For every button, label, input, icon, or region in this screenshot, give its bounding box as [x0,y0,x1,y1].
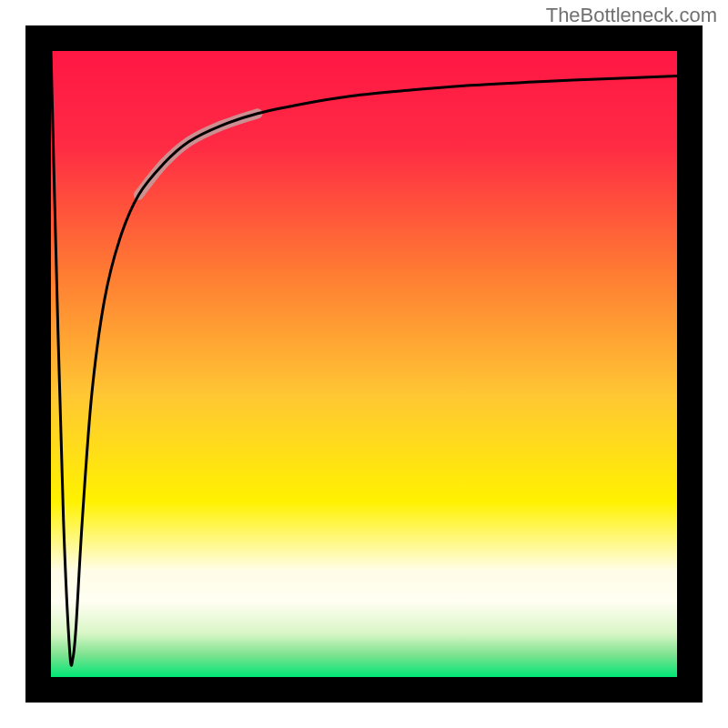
chart-container [25,25,703,703]
chart-gradient-background [51,51,677,677]
attribution-label: TheBottleneck.com [546,4,717,27]
svg-rect-0 [51,51,677,677]
